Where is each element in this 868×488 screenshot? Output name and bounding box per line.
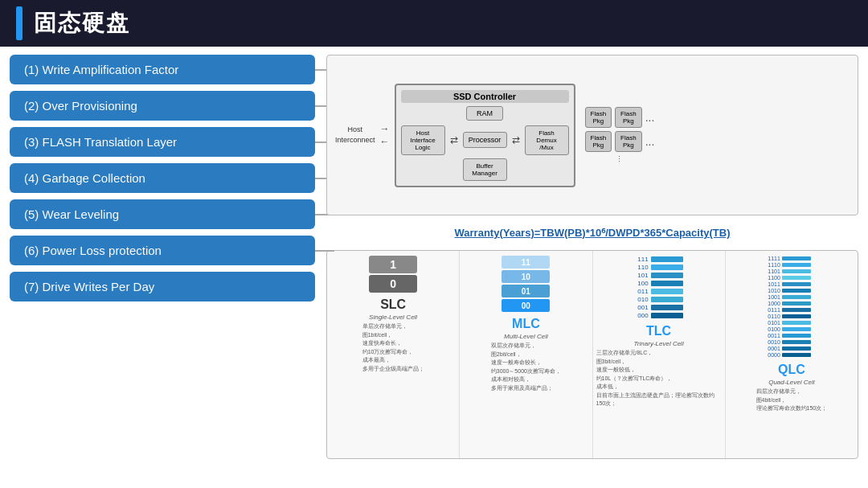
cell-desc-slc: 单层次存储单元，图1bit/cell，速度快寿命长，约10万次擦写寿命，成本最高… xyxy=(362,322,424,373)
page-header: 固态硬盘 xyxy=(0,0,868,47)
flash-pkg-2: FlashPkg xyxy=(615,107,642,128)
cell-fullname-qlc: Quad-Level Cell xyxy=(768,379,814,386)
right-panel: HostInterconnect → ← SSD Controller RAM … xyxy=(326,55,858,480)
buffer-manager-box: BufferManager xyxy=(463,158,507,181)
left-panel: (1) Write Amplification Factor(2) Over P… xyxy=(10,55,315,480)
flash-dots-2: ... xyxy=(645,131,655,152)
flash-pkg-1: FlashPkg xyxy=(585,107,612,128)
cell-name-tlc: TLC xyxy=(646,324,671,338)
cells-inner: 10SLCSingle-Level Cell单层次存储单元，图1bit/cell… xyxy=(327,251,858,458)
cell-desc-tlc: 三层次存储单元/8LC，图3bit/cell，速度一般较低，约10L（？次擦写T… xyxy=(596,349,722,408)
menu-item-4[interactable]: (4) Garbage Collection xyxy=(10,163,315,193)
flash-pkg-4: FlashPkg xyxy=(615,131,642,152)
processor-box: Processor xyxy=(463,132,507,148)
controller-box: SSD Controller RAM HostInterfaceLogic ⇄ … xyxy=(395,84,575,187)
flash-dots-1: ... xyxy=(645,107,655,128)
flash-packages: FlashPkg FlashPkg ... FlashPkg FlashPkg … xyxy=(585,107,655,163)
cell-name-mlc: MLC xyxy=(512,317,540,331)
cell-fullname-tlc: Trinary-Level Cell xyxy=(634,340,684,347)
cell-desc-qlc: 四层次存储单元，图4bit/cell，理论擦写寿命次数约150次； xyxy=(756,388,828,413)
cell-fullname-mlc: Multi-Level Cell xyxy=(504,333,548,340)
cell-type-tlc: 111110101100011010001000TLCTrinary-Level… xyxy=(593,251,726,458)
flash-row-1: FlashPkg FlashPkg ... xyxy=(585,107,655,128)
flash-row-2: FlashPkg FlashPkg ... xyxy=(585,131,655,152)
controller-row: HostInterfaceLogic ⇄ Processor ⇄ FlashDe… xyxy=(401,125,569,155)
flash-demux-box: FlashDemux/Mux xyxy=(525,125,569,155)
ssd-diagram: HostInterconnect → ← SSD Controller RAM … xyxy=(326,55,858,215)
menu-item-7[interactable]: (7) Drive Writes Per Day xyxy=(10,272,315,301)
host-arrows: → ← xyxy=(380,123,390,147)
menu-item-1[interactable]: (1) Write Amplification Factor xyxy=(10,55,315,84)
cell-name-slc: SLC xyxy=(380,297,406,312)
warranty-text: Warranty(Years)=TBW(PB)*10⁶/DWPD*365*Cap… xyxy=(326,223,858,242)
cell-type-slc: 10SLCSingle-Level Cell单层次存储单元，图1bit/cell… xyxy=(327,251,460,458)
host-label: HostInterconnect xyxy=(335,125,375,145)
buffer-row: BufferManager xyxy=(401,158,569,181)
ram-box: RAM xyxy=(466,106,503,121)
header-accent xyxy=(16,6,23,40)
page-title: 固态硬盘 xyxy=(34,8,130,39)
controller-title: SSD Controller xyxy=(401,90,569,103)
cell-type-mlc: 11100100MLCMulti-Level Cell双层次存储单元，图2bit… xyxy=(460,251,592,458)
flash-pkg-3: FlashPkg xyxy=(585,131,612,152)
menu-item-5[interactable]: (5) Wear Leveling xyxy=(10,199,315,229)
host-interface-box: HostInterfaceLogic xyxy=(401,125,445,155)
cell-desc-mlc: 双层次存储单元，图2bit/cell，速度一般寿命较长，约3000～5000次擦… xyxy=(491,342,561,392)
cell-fullname-slc: Single-Level Cell xyxy=(369,314,417,321)
cell-type-qlc: 1111111011011100101110101001100001110110… xyxy=(726,251,858,458)
cells-diagram: 10SLCSingle-Level Cell单层次存储单元，图1bit/cell… xyxy=(326,250,858,459)
menu-item-6[interactable]: (6) Power Loss protection xyxy=(10,236,315,265)
menu-item-3[interactable]: (3) FLASH Translation Layer xyxy=(10,127,315,157)
menu-item-2[interactable]: (2) Over Provisioning xyxy=(10,91,315,121)
diagram-inner: HostInterconnect → ← SSD Controller RAM … xyxy=(335,64,850,207)
main-content: (1) Write Amplification Factor(2) Over P… xyxy=(0,47,868,488)
cell-name-qlc: QLC xyxy=(778,363,805,377)
